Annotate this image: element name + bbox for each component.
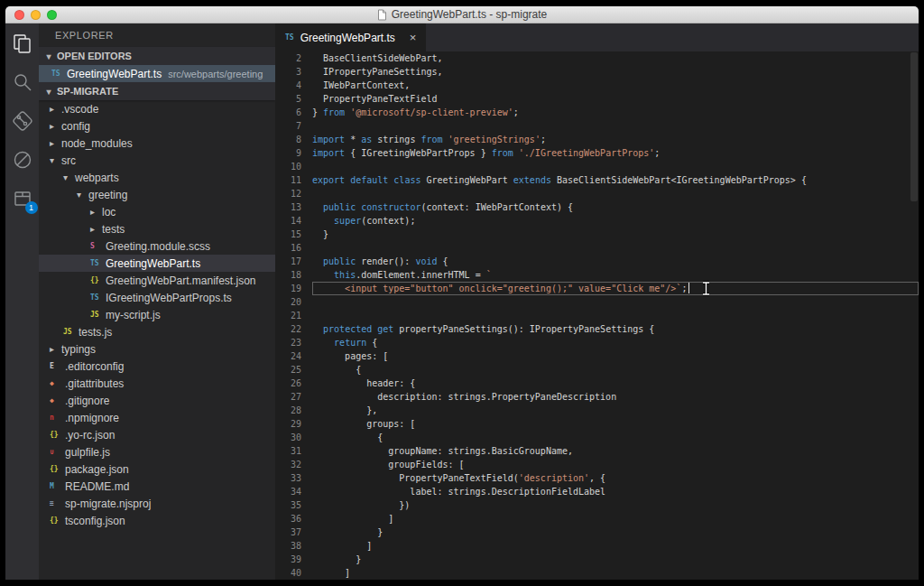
- tree-item-config[interactable]: ▸config: [39, 117, 275, 135]
- line-number[interactable]: 32: [275, 458, 312, 471]
- line-number[interactable]: 21: [275, 309, 312, 322]
- line-number[interactable]: 4: [275, 79, 312, 92]
- line-number[interactable]: 31: [275, 444, 312, 458]
- tree-item-npmignore[interactable]: n.npmignore: [39, 409, 275, 426]
- line-number[interactable]: 11: [275, 173, 312, 187]
- line-number[interactable]: 38: [275, 539, 312, 553]
- line-number[interactable]: 29: [275, 417, 312, 431]
- code-line-12[interactable]: 12: [275, 187, 919, 200]
- line-number[interactable]: 24: [275, 349, 312, 363]
- code-line-32[interactable]: 32 groupFields: [: [275, 458, 919, 471]
- code-line-16[interactable]: 16: [275, 241, 919, 255]
- activity-explorer-button[interactable]: [12, 33, 33, 54]
- line-number[interactable]: 13: [275, 200, 312, 214]
- line-number[interactable]: 28: [275, 404, 312, 417]
- tree-item-sp-migrate-njsproj[interactable]: ≡sp-migrate.njsproj: [39, 495, 275, 512]
- line-number[interactable]: 10: [275, 160, 312, 173]
- code-line-10[interactable]: 10: [275, 160, 919, 173]
- code-line-3[interactable]: 3 IPropertyPaneSettings,: [275, 65, 919, 79]
- line-number[interactable]: 19: [275, 282, 312, 295]
- tree-item-my-script-js[interactable]: JSmy-script.js: [39, 306, 275, 323]
- line-number[interactable]: 2: [275, 51, 312, 65]
- line-number[interactable]: 3: [275, 65, 312, 79]
- activity-debug-button[interactable]: [12, 149, 33, 171]
- code-line-31[interactable]: 31 groupName: strings.BasicGroupName,: [275, 444, 919, 458]
- code-line-26[interactable]: 26 header: {: [275, 377, 919, 390]
- tree-item-editorconfig[interactable]: E.editorconfig: [39, 358, 275, 375]
- line-number[interactable]: 27: [275, 390, 312, 404]
- zoom-window-button[interactable]: [47, 10, 57, 20]
- code-line-11[interactable]: 11export default class GreetingWebPart e…: [275, 173, 919, 187]
- code-line-40[interactable]: 40 ]: [275, 566, 919, 580]
- code-line-7[interactable]: 7: [275, 119, 919, 133]
- tree-item-loc[interactable]: ▸loc: [39, 203, 275, 220]
- code-line-23[interactable]: 23 return {: [275, 336, 919, 349]
- line-number[interactable]: 18: [275, 268, 312, 282]
- tree-item-package-json[interactable]: {}package.json: [39, 460, 275, 478]
- line-number[interactable]: 37: [275, 526, 312, 539]
- open-editors-header[interactable]: ▾ OPEN EDITORS: [39, 47, 275, 65]
- tree-item-greetingwebpart-manifest-json[interactable]: {}GreetingWebPart.manifest.json: [39, 272, 275, 289]
- tree-item-yo-rc-json[interactable]: {}.yo-rc.json: [39, 426, 275, 443]
- line-number[interactable]: 34: [275, 485, 312, 498]
- tree-item-gulpfile-js[interactable]: ∪gulpfile.js: [39, 443, 275, 460]
- line-number[interactable]: 26: [275, 377, 312, 390]
- tree-item-greeting[interactable]: ▾greeting: [39, 186, 275, 203]
- tree-item-webparts[interactable]: ▾webparts: [39, 169, 275, 186]
- code-line-29[interactable]: 29 groups: [: [275, 417, 919, 431]
- line-number[interactable]: 16: [275, 241, 312, 255]
- line-number[interactable]: 7: [275, 119, 312, 133]
- tab-greetingwebpart-ts[interactable]: TS GreetingWebPart.ts ×: [275, 23, 426, 51]
- code-line-13[interactable]: 13 public constructor(context: IWebPartC…: [275, 200, 919, 214]
- line-number[interactable]: 14: [275, 214, 312, 228]
- code-line-34[interactable]: 34 label: strings.DescriptionFieldLabel: [275, 485, 919, 498]
- project-section-header[interactable]: ▾ SP-MIGRATE: [39, 82, 275, 100]
- code-line-21[interactable]: 21: [275, 309, 919, 322]
- line-number[interactable]: 23: [275, 336, 312, 349]
- line-number[interactable]: 12: [275, 187, 312, 200]
- line-number[interactable]: 25: [275, 363, 312, 377]
- code-line-15[interactable]: 15 }: [275, 228, 919, 241]
- tree-item-greeting-module-scss[interactable]: SGreeting.module.scss: [39, 237, 275, 255]
- line-number[interactable]: 15: [275, 228, 312, 241]
- code-line-9[interactable]: 9import { IGreetingWebPartProps } from '…: [275, 146, 919, 160]
- code-line-5[interactable]: 5 PropertyPaneTextField: [275, 92, 919, 106]
- tree-item-igreetingwebpartprops-ts[interactable]: TSIGreetingWebPartProps.ts: [39, 289, 275, 306]
- code-line-4[interactable]: 4 IWebPartContext,: [275, 79, 919, 92]
- code-line-2[interactable]: 2 BaseClientSideWebPart,: [275, 51, 919, 65]
- line-number[interactable]: 9: [275, 146, 312, 160]
- activity-source-control-button[interactable]: [12, 110, 33, 132]
- tree-item-src[interactable]: ▾src: [39, 152, 275, 169]
- line-number[interactable]: 36: [275, 512, 312, 526]
- tree-item-tsconfig-json[interactable]: {}tsconfig.json: [39, 512, 275, 529]
- code-line-36[interactable]: 36 ]: [275, 512, 919, 526]
- close-icon[interactable]: ×: [410, 31, 417, 44]
- activity-search-button[interactable]: [12, 71, 33, 93]
- tree-item-readme-md[interactable]: MREADME.md: [39, 478, 275, 495]
- minimize-window-button[interactable]: [31, 10, 41, 20]
- code-editor[interactable]: 2 BaseClientSideWebPart,3 IPropertyPaneS…: [275, 51, 919, 580]
- code-line-22[interactable]: 22 protected get propertyPaneSettings():…: [275, 322, 919, 336]
- code-line-30[interactable]: 30 {: [275, 431, 919, 444]
- line-number[interactable]: 8: [275, 133, 312, 146]
- code-line-19[interactable]: 19 <input type="button" onclick="greetin…: [275, 282, 919, 295]
- code-line-24[interactable]: 24 pages: [: [275, 349, 919, 363]
- line-number[interactable]: 40: [275, 566, 312, 580]
- scrollbar-thumb[interactable]: [910, 52, 918, 201]
- tree-item-tests[interactable]: ▸tests: [39, 220, 275, 237]
- activity-extensions-button[interactable]: 1: [12, 188, 33, 209]
- code-line-28[interactable]: 28 },: [275, 404, 919, 417]
- code-line-17[interactable]: 17 public render(): void {: [275, 255, 919, 268]
- tree-item-greetingwebpart-ts[interactable]: TSGreetingWebPart.ts: [39, 255, 275, 272]
- line-number[interactable]: 6: [275, 106, 312, 119]
- line-number[interactable]: 17: [275, 255, 312, 268]
- tree-item-node-modules[interactable]: ▸node_modules: [39, 135, 275, 152]
- code-line-35[interactable]: 35 }): [275, 498, 919, 512]
- tree-item-gitignore[interactable]: ◆.gitignore: [39, 392, 275, 409]
- line-number[interactable]: 39: [275, 553, 312, 566]
- line-number[interactable]: 22: [275, 322, 312, 336]
- line-number[interactable]: 35: [275, 498, 312, 512]
- code-line-38[interactable]: 38 ]: [275, 539, 919, 553]
- line-number[interactable]: 33: [275, 471, 312, 485]
- open-editor-greetingwebpart-ts[interactable]: TSGreetingWebPart.tssrc/webparts/greetin…: [39, 65, 275, 82]
